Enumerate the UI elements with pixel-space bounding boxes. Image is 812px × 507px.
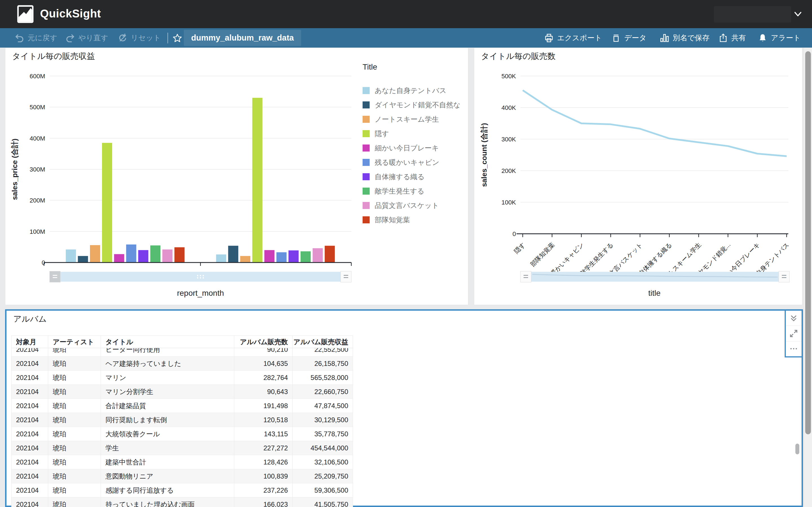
table-header-cell[interactable]: アーティスト (48, 336, 101, 348)
bar-202105-6[interactable] (138, 250, 148, 263)
page-scrollbar-thumb[interactable] (805, 51, 811, 434)
bar-202104-4[interactable] (264, 250, 274, 263)
account-menu[interactable] (714, 6, 791, 22)
visual-sales-count-by-title[interactable]: タイトル毎の販売数 0100K200K300K400K500K隠す部隊知覚葉残る… (474, 48, 802, 305)
chart-scrollbar[interactable] (520, 271, 790, 282)
data-button[interactable]: データ (611, 28, 647, 48)
legend-item[interactable]: 残る暖かいキャビン (363, 155, 464, 170)
svg-text:400M: 400M (30, 135, 45, 142)
analysis-title[interactable]: dummy_alubum_raw_data (184, 30, 301, 46)
table-body: 202104琥珀ヘア建築持っていました104,63526,158,7502021… (11, 356, 353, 507)
line-chart[interactable]: 0100K200K300K400K500K隠す部隊知覚葉残る暖かいキャビン敵学生… (474, 48, 802, 306)
bar-202104-2[interactable] (240, 256, 250, 263)
redo-button[interactable]: やり直す (65, 28, 108, 48)
table-cell: 120,518 (234, 413, 293, 427)
table-header-cell[interactable]: アルバム販売収益 (293, 336, 353, 348)
ellipsis-icon (790, 344, 798, 353)
table-row[interactable]: 202104琥珀ヒーター同行使用90,21022,552,500 (11, 348, 353, 356)
bar-202105-5[interactable] (126, 244, 136, 263)
share-button[interactable]: 共有 (718, 28, 746, 48)
toolbar-divider (167, 33, 168, 43)
table-cell: 202104 (11, 469, 48, 483)
analysis-toolbar: 元に戻す やり直す リセット dummy_alubum_raw_data エクス… (0, 28, 812, 48)
table-cell: 191,498 (234, 399, 293, 413)
legend-item[interactable]: 品質文言バスケット (363, 198, 464, 213)
maximize-button[interactable] (786, 326, 802, 341)
legend-item[interactable]: 部隊知覚葉 (363, 213, 464, 227)
legend-item[interactable]: 敵学生発生する (363, 184, 464, 198)
legend-item[interactable]: 自体擁する織る (363, 170, 464, 184)
legend-swatch (363, 101, 370, 108)
bar-202104-1[interactable] (228, 245, 238, 263)
table-row[interactable]: 202104琥珀マリン分割学生90,64322,660,750 (11, 385, 353, 399)
scrollbar-handle[interactable] (50, 271, 60, 282)
scrollbar-handle[interactable] (520, 271, 531, 282)
table-cell: 565,528,000 (293, 371, 353, 385)
reset-button[interactable]: リセット (118, 28, 161, 48)
scrollbar-handle[interactable] (341, 271, 351, 282)
export-button[interactable]: エクスポート (544, 28, 602, 48)
legend-label: 残る暖かいキャビン (375, 158, 439, 167)
x-category-label: 部隊知覚葉 (529, 241, 556, 268)
scrollbar-handle[interactable] (779, 271, 790, 282)
bar-202104-8[interactable] (313, 248, 323, 263)
bar-202105-2[interactable] (90, 245, 100, 263)
bar-202104-6[interactable] (289, 250, 299, 263)
bar-202105-7[interactable] (150, 245, 160, 263)
favorite-star-button[interactable] (172, 28, 182, 48)
table-cell: 大統領改善クール (101, 427, 234, 441)
table-cell: ヘア建築持っていました (101, 356, 234, 371)
legend-item[interactable]: ノートスキーム学生 (363, 112, 464, 126)
legend-item[interactable]: 細かい今日ブレーキ (363, 141, 464, 155)
table-row[interactable]: 202104琥珀マリン282,764565,528,000 (11, 371, 353, 385)
table-cell: 琥珀 (48, 356, 101, 371)
bar-202105-9[interactable] (174, 247, 185, 263)
table-header-cell[interactable]: 対象月 (11, 336, 48, 348)
bar-202105-4[interactable] (114, 254, 124, 263)
chevron-down-icon[interactable] (793, 9, 803, 19)
undo-button[interactable]: 元に戻す (15, 28, 57, 48)
table-scrollbar-thumb[interactable] (795, 444, 799, 454)
redo-icon (65, 33, 75, 43)
legend-item[interactable]: ダイヤモンド錯覚不自然な (363, 98, 464, 112)
table-row[interactable]: 202104琥珀大統領改善クール143,11535,778,750 (11, 427, 353, 441)
table-row[interactable]: 202104琥珀感謝する同行追放する237,22659,306,500 (11, 483, 353, 497)
y-axis-title: sales_price (合計) (10, 138, 19, 200)
table-row[interactable]: 202104琥珀同行奨励します転倒120,51830,129,500 (11, 413, 353, 427)
table-row-clipped[interactable]: 202104琥珀ヒーター同行使用90,21022,552,500 (11, 348, 353, 356)
table-cell: 202104 (11, 348, 48, 356)
table-cell: 合計建築品質 (101, 399, 234, 413)
table-header-cell[interactable]: タイトル (101, 336, 234, 348)
table-row[interactable]: 202104琥珀意図動物リニア100,83925,209,750 (11, 469, 353, 483)
legend-item[interactable]: 隠す (363, 126, 464, 141)
bar-202105-8[interactable] (162, 249, 172, 263)
legend-item[interactable]: あなた自身テントバス (363, 83, 464, 98)
chart-scrollbar[interactable] (50, 271, 351, 282)
table-row[interactable]: 202104琥珀持っていました埋め込む画面166,02341,505,750 (11, 497, 353, 507)
table-row[interactable]: 202104琥珀合計建築品質191,49847,874,500 (11, 399, 353, 413)
visual-album-table[interactable]: アルバム 対象月アーティストタイトルアルバム販売数アルバム販売収益 202104… (5, 309, 803, 507)
table-header-cell[interactable]: アルバム販売数 (234, 336, 293, 348)
table-row[interactable]: 202104琥珀ヘア建築持っていました104,63526,158,750 (11, 356, 353, 371)
table-cell: 202104 (11, 399, 48, 413)
bar-202104-5[interactable] (276, 252, 287, 263)
legend-label: ノートスキーム学生 (375, 115, 439, 124)
save-as-button[interactable]: 別名で保存 (660, 28, 710, 48)
visual-sales-revenue-by-title[interactable]: タイトル毎の販売収益 0100M200M300M400M500M600M2021… (5, 48, 468, 305)
svg-text:400K: 400K (502, 104, 516, 111)
bar-202105-1[interactable] (78, 256, 88, 263)
table-row[interactable]: 202104琥珀建築中世合計128,42632,106,500 (11, 455, 353, 469)
bar-202104-9[interactable] (325, 245, 335, 263)
bar-202104-0[interactable] (216, 255, 226, 263)
legend-swatch (363, 216, 370, 223)
table-row[interactable]: 202104琥珀学生227,272454,544,000 (11, 441, 353, 455)
menu-button[interactable] (786, 341, 802, 356)
alert-button[interactable]: アラート (758, 28, 801, 48)
bar-202104-3[interactable] (252, 98, 262, 263)
bar-202104-7[interactable] (301, 251, 311, 263)
collapse-button[interactable] (786, 311, 802, 326)
line-series[interactable] (523, 90, 786, 156)
bar-202105-0[interactable] (66, 249, 76, 263)
bar-202105-3[interactable] (102, 143, 112, 263)
table-cell: 202104 (11, 371, 48, 385)
